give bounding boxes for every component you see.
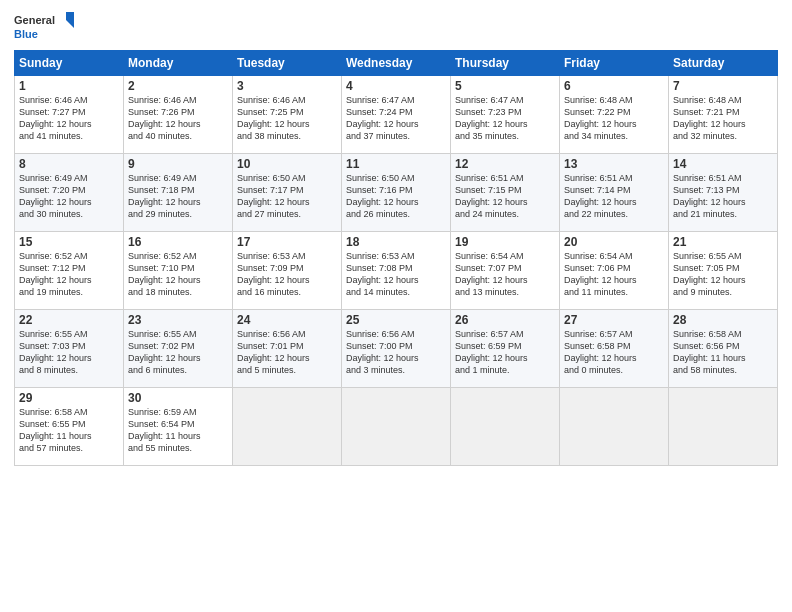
day-info: Sunrise: 6:52 AM Sunset: 7:10 PM Dayligh… (128, 250, 228, 299)
day-number: 22 (19, 313, 119, 327)
day-info: Sunrise: 6:53 AM Sunset: 7:09 PM Dayligh… (237, 250, 337, 299)
day-number: 4 (346, 79, 446, 93)
day-number: 3 (237, 79, 337, 93)
calendar-cell: 9Sunrise: 6:49 AM Sunset: 7:18 PM Daylig… (124, 154, 233, 232)
calendar-cell (233, 388, 342, 466)
calendar-cell: 8Sunrise: 6:49 AM Sunset: 7:20 PM Daylig… (15, 154, 124, 232)
day-info: Sunrise: 6:48 AM Sunset: 7:21 PM Dayligh… (673, 94, 773, 143)
weekday-thursday: Thursday (451, 51, 560, 76)
day-info: Sunrise: 6:49 AM Sunset: 7:18 PM Dayligh… (128, 172, 228, 221)
day-info: Sunrise: 6:54 AM Sunset: 7:06 PM Dayligh… (564, 250, 664, 299)
day-info: Sunrise: 6:53 AM Sunset: 7:08 PM Dayligh… (346, 250, 446, 299)
day-number: 27 (564, 313, 664, 327)
day-info: Sunrise: 6:46 AM Sunset: 7:25 PM Dayligh… (237, 94, 337, 143)
day-number: 23 (128, 313, 228, 327)
day-info: Sunrise: 6:50 AM Sunset: 7:16 PM Dayligh… (346, 172, 446, 221)
day-info: Sunrise: 6:58 AM Sunset: 6:56 PM Dayligh… (673, 328, 773, 377)
day-info: Sunrise: 6:56 AM Sunset: 7:00 PM Dayligh… (346, 328, 446, 377)
day-info: Sunrise: 6:54 AM Sunset: 7:07 PM Dayligh… (455, 250, 555, 299)
day-number: 19 (455, 235, 555, 249)
calendar-cell: 5Sunrise: 6:47 AM Sunset: 7:23 PM Daylig… (451, 76, 560, 154)
weekday-monday: Monday (124, 51, 233, 76)
week-row-5: 29Sunrise: 6:58 AM Sunset: 6:55 PM Dayli… (15, 388, 778, 466)
day-number: 30 (128, 391, 228, 405)
day-number: 9 (128, 157, 228, 171)
calendar-cell: 1Sunrise: 6:46 AM Sunset: 7:27 PM Daylig… (15, 76, 124, 154)
calendar-cell (560, 388, 669, 466)
day-number: 20 (564, 235, 664, 249)
day-number: 25 (346, 313, 446, 327)
calendar-cell: 18Sunrise: 6:53 AM Sunset: 7:08 PM Dayli… (342, 232, 451, 310)
day-number: 26 (455, 313, 555, 327)
calendar-cell (669, 388, 778, 466)
calendar-cell: 24Sunrise: 6:56 AM Sunset: 7:01 PM Dayli… (233, 310, 342, 388)
weekday-tuesday: Tuesday (233, 51, 342, 76)
week-row-1: 1Sunrise: 6:46 AM Sunset: 7:27 PM Daylig… (15, 76, 778, 154)
logo: General Blue (14, 10, 74, 44)
day-number: 8 (19, 157, 119, 171)
calendar-cell: 6Sunrise: 6:48 AM Sunset: 7:22 PM Daylig… (560, 76, 669, 154)
day-info: Sunrise: 6:51 AM Sunset: 7:14 PM Dayligh… (564, 172, 664, 221)
day-number: 10 (237, 157, 337, 171)
day-number: 12 (455, 157, 555, 171)
day-info: Sunrise: 6:49 AM Sunset: 7:20 PM Dayligh… (19, 172, 119, 221)
week-row-3: 15Sunrise: 6:52 AM Sunset: 7:12 PM Dayli… (15, 232, 778, 310)
svg-marker-2 (66, 12, 74, 28)
calendar-cell: 20Sunrise: 6:54 AM Sunset: 7:06 PM Dayli… (560, 232, 669, 310)
calendar-cell: 13Sunrise: 6:51 AM Sunset: 7:14 PM Dayli… (560, 154, 669, 232)
calendar-cell: 26Sunrise: 6:57 AM Sunset: 6:59 PM Dayli… (451, 310, 560, 388)
svg-text:General: General (14, 14, 55, 26)
calendar-cell: 30Sunrise: 6:59 AM Sunset: 6:54 PM Dayli… (124, 388, 233, 466)
day-info: Sunrise: 6:56 AM Sunset: 7:01 PM Dayligh… (237, 328, 337, 377)
day-info: Sunrise: 6:46 AM Sunset: 7:26 PM Dayligh… (128, 94, 228, 143)
day-number: 7 (673, 79, 773, 93)
day-info: Sunrise: 6:48 AM Sunset: 7:22 PM Dayligh… (564, 94, 664, 143)
calendar-cell (451, 388, 560, 466)
svg-text:Blue: Blue (14, 28, 38, 40)
calendar-cell: 3Sunrise: 6:46 AM Sunset: 7:25 PM Daylig… (233, 76, 342, 154)
day-number: 14 (673, 157, 773, 171)
calendar-cell: 19Sunrise: 6:54 AM Sunset: 7:07 PM Dayli… (451, 232, 560, 310)
day-info: Sunrise: 6:57 AM Sunset: 6:58 PM Dayligh… (564, 328, 664, 377)
calendar-cell: 29Sunrise: 6:58 AM Sunset: 6:55 PM Dayli… (15, 388, 124, 466)
day-info: Sunrise: 6:50 AM Sunset: 7:17 PM Dayligh… (237, 172, 337, 221)
day-info: Sunrise: 6:55 AM Sunset: 7:02 PM Dayligh… (128, 328, 228, 377)
weekday-header-row: SundayMondayTuesdayWednesdayThursdayFrid… (15, 51, 778, 76)
calendar-cell: 23Sunrise: 6:55 AM Sunset: 7:02 PM Dayli… (124, 310, 233, 388)
day-info: Sunrise: 6:47 AM Sunset: 7:24 PM Dayligh… (346, 94, 446, 143)
day-info: Sunrise: 6:52 AM Sunset: 7:12 PM Dayligh… (19, 250, 119, 299)
day-number: 2 (128, 79, 228, 93)
calendar-cell: 22Sunrise: 6:55 AM Sunset: 7:03 PM Dayli… (15, 310, 124, 388)
day-info: Sunrise: 6:47 AM Sunset: 7:23 PM Dayligh… (455, 94, 555, 143)
day-number: 6 (564, 79, 664, 93)
day-info: Sunrise: 6:58 AM Sunset: 6:55 PM Dayligh… (19, 406, 119, 455)
calendar-cell: 10Sunrise: 6:50 AM Sunset: 7:17 PM Dayli… (233, 154, 342, 232)
calendar-cell: 27Sunrise: 6:57 AM Sunset: 6:58 PM Dayli… (560, 310, 669, 388)
header: General Blue (14, 10, 778, 44)
calendar-cell: 17Sunrise: 6:53 AM Sunset: 7:09 PM Dayli… (233, 232, 342, 310)
day-number: 17 (237, 235, 337, 249)
calendar-cell: 15Sunrise: 6:52 AM Sunset: 7:12 PM Dayli… (15, 232, 124, 310)
calendar-cell: 14Sunrise: 6:51 AM Sunset: 7:13 PM Dayli… (669, 154, 778, 232)
day-number: 29 (19, 391, 119, 405)
general-blue-logo: General Blue (14, 10, 74, 44)
day-number: 16 (128, 235, 228, 249)
day-number: 15 (19, 235, 119, 249)
calendar-cell: 16Sunrise: 6:52 AM Sunset: 7:10 PM Dayli… (124, 232, 233, 310)
day-info: Sunrise: 6:57 AM Sunset: 6:59 PM Dayligh… (455, 328, 555, 377)
day-info: Sunrise: 6:46 AM Sunset: 7:27 PM Dayligh… (19, 94, 119, 143)
calendar-cell: 28Sunrise: 6:58 AM Sunset: 6:56 PM Dayli… (669, 310, 778, 388)
day-number: 21 (673, 235, 773, 249)
calendar-cell: 21Sunrise: 6:55 AM Sunset: 7:05 PM Dayli… (669, 232, 778, 310)
calendar-cell: 25Sunrise: 6:56 AM Sunset: 7:00 PM Dayli… (342, 310, 451, 388)
day-number: 28 (673, 313, 773, 327)
week-row-4: 22Sunrise: 6:55 AM Sunset: 7:03 PM Dayli… (15, 310, 778, 388)
calendar-cell: 7Sunrise: 6:48 AM Sunset: 7:21 PM Daylig… (669, 76, 778, 154)
day-info: Sunrise: 6:51 AM Sunset: 7:13 PM Dayligh… (673, 172, 773, 221)
calendar-table: SundayMondayTuesdayWednesdayThursdayFrid… (14, 50, 778, 466)
weekday-sunday: Sunday (15, 51, 124, 76)
day-number: 11 (346, 157, 446, 171)
calendar-page: General Blue SundayMondayTuesdayWednesda… (0, 0, 792, 612)
day-number: 24 (237, 313, 337, 327)
day-number: 1 (19, 79, 119, 93)
